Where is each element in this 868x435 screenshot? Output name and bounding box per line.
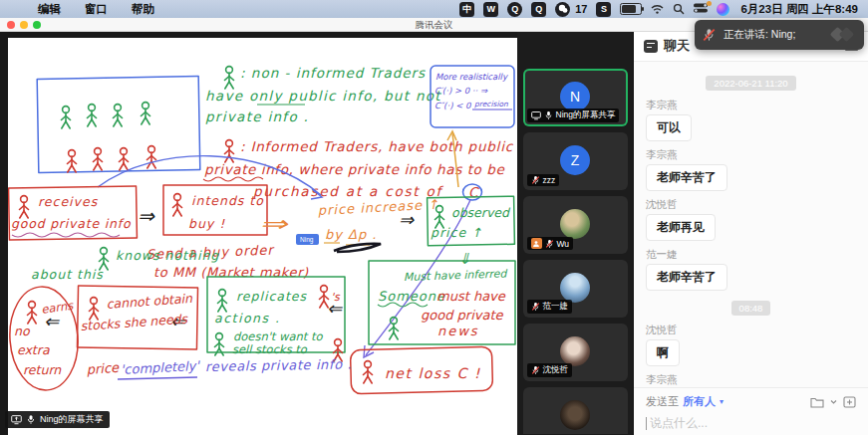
chat-message: 李宗燕 可以 [646,99,856,141]
qq-chat-icon[interactable]: Q [531,2,546,17]
shared-whiteboard: : non - informed Traders have only publi… [8,38,517,435]
battery-icon[interactable] [620,3,642,15]
wb-informed-line3: purchased at a cost of [253,183,444,199]
chat-bubble: 可以 [646,114,692,141]
participant-video-strip: N Ning的屏幕共享 Z [517,31,633,435]
chat-message-list[interactable]: 2022-06-21 11:20 李宗燕 可以 李宗燕 老师辛苦了 沈悦哲 老师… [634,62,868,387]
chevron-down-icon[interactable] [830,399,837,405]
chat-message: 李宗燕 没有 [646,373,856,387]
send-to-label: 发送至 [646,394,679,409]
chat-sender: 李宗燕 [646,148,856,162]
meeting-window-content: : non - informed Traders have only publi… [0,31,868,435]
tile-name-label: Wu [527,237,574,250]
wb-arrow-right-1: ⇒ [138,204,155,228]
chat-bubble: 啊 [646,339,680,366]
menu-item-edit[interactable]: 编辑 [38,2,61,17]
menu-bar: 编辑 窗口 帮助 中 W Q Q 17 S [0,0,868,18]
tile-name-label: 沈悦哲 [527,363,573,377]
wb-earns: earns [40,299,75,317]
q-app-icon[interactable]: Q [507,2,522,17]
screen-share-view[interactable]: : non - informed Traders have only publi… [0,31,517,435]
video-tile-ning[interactable]: N Ning的屏幕共享 [523,69,628,126]
wb-extra: extra [17,342,50,357]
wb-arrow-down: ⇓ [458,250,471,268]
s-app-icon[interactable]: S [596,2,611,17]
wb-noninformed-line2: have only public info, but not [205,88,441,104]
chat-message: 沈悦哲 老师再见 [646,198,856,241]
screen-share-status-label: Ning的屏幕共享 [5,411,110,428]
wb-price-word: price [86,360,120,377]
wb-doesnt-line1: doesn't want to [233,329,323,343]
wb-observed-line2: price ↑ [431,225,483,240]
participant-name: 沈悦哲 [543,364,569,376]
wb-knows-line1: knows nothing [116,248,219,263]
wifi-icon[interactable] [651,4,664,14]
control-center-icon[interactable] [694,3,708,15]
wb-someone: Someone [378,289,445,304]
video-tile-wu[interactable]: Wu [523,196,628,254]
wechat-bubbles-glyph [558,4,568,14]
avatar: Z [560,145,590,175]
spotlight-search-icon[interactable] [673,3,685,15]
chat-bubble: 老师辛苦了 [646,164,727,191]
wb-actions: actions . [214,311,280,326]
wechat-icon[interactable] [555,2,570,17]
mic-muted-icon [545,239,554,249]
word-app-icon[interactable]: W [483,2,498,17]
avatar [560,400,590,430]
participant-name: Wu [557,239,570,249]
wb-replicates-s: 's [331,291,341,304]
chat-timestamp: 2022-06-21 11:20 [646,73,856,91]
wb-news: news [437,324,479,338]
wb-netloss-line: net loss C ! [385,365,481,381]
input-method-icon[interactable]: 中 [459,2,474,17]
mic-muted-icon [531,365,540,375]
screenshot-icon[interactable] [843,396,856,408]
speaking-toast[interactable]: 正在讲话: Ning; [695,20,864,50]
wb-informed-line2: private info, where private info has to … [204,161,505,177]
wb-real-line2: C′(·) > 0 ·· ⇒ [434,86,488,96]
siri-icon[interactable] [717,3,729,16]
wb-noninformed-line1: : non - informed Traders [240,65,426,81]
tile-name-label: zzz [527,174,560,186]
mic-muted-icon [703,28,716,42]
wb-no: no [14,324,31,338]
chevron-down-icon[interactable]: ▾ [720,397,723,406]
menu-item-help[interactable]: 帮助 [132,2,154,17]
wb-cannot-line1: cannot obtain [106,291,193,312]
video-tile-partial[interactable] [523,387,628,434]
wb-doesnt-line2: sell stocks to [232,342,308,356]
wb-precision: precision [474,100,508,109]
wb-noninformed-line3: private info . [205,109,309,124]
chat-bubble: 老师再见 [646,214,716,241]
mic-muted-icon [531,302,540,312]
wb-reveals: reveals private info . [205,356,352,374]
menu-item-window[interactable]: 窗口 [85,2,108,17]
video-tile-zzz[interactable]: Z zzz [523,132,628,190]
video-tile-shenyuezhe[interactable]: 沈悦哲 [523,324,628,381]
chat-panel: 聊天 ··· × 2022-06-21 11:20 李宗燕 可以 李宗燕 老师辛… [633,31,868,435]
recording-indicator-dot [707,1,712,6]
menu-bar-clock[interactable]: 6月23日 周四 上午8:49 [740,2,858,17]
send-to-selector[interactable]: 所有人 [683,394,716,409]
chat-bubble: 老师辛苦了 [646,264,727,291]
host-badge-icon [531,238,542,249]
speaking-toast-text: 正在讲话: Ning; [723,28,822,42]
wb-return: return [23,362,62,377]
chat-sender: 范一婕 [646,248,856,262]
text-caret [646,417,647,430]
tile-name-label: Ning的屏幕共享 [527,109,620,122]
send-file-icon[interactable] [810,396,824,408]
chat-title: 聊天 [664,37,690,55]
video-tile-fanyijie[interactable]: 范一婕 [523,260,628,318]
wb-price-increase: price increase ↑ [317,197,439,218]
wb-receives-line2: good private info [11,216,132,231]
screen-share-icon [531,110,541,120]
avatar: N [560,82,590,111]
wb-intends-line1: intends to [191,193,264,208]
wb-by-dp: by Δp . [325,227,378,242]
chat-input[interactable] [648,415,856,431]
share-label-text: Ning的屏幕共享 [40,413,104,426]
wb-knows-line2: about this [31,267,104,282]
avatar [560,209,590,239]
